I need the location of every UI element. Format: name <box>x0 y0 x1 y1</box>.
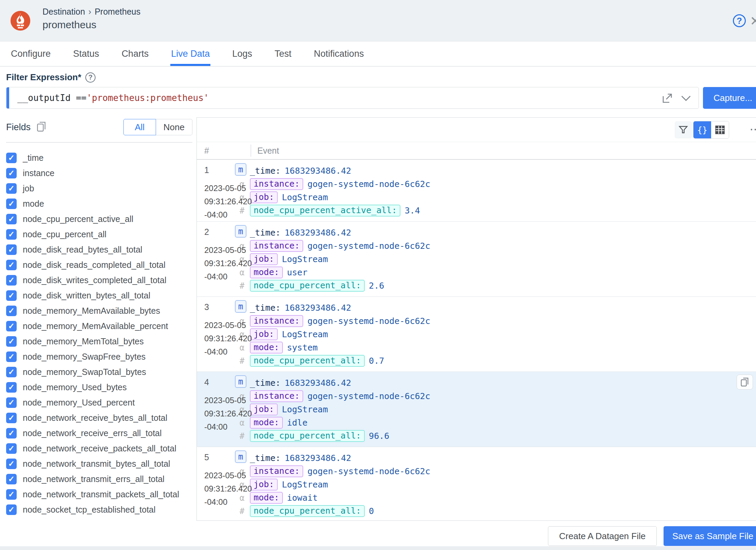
checkbox-node_memory_MemAvailable_bytes[interactable]: ✓ <box>6 306 17 316</box>
field-label-node_memory_MemTotal_bytes: node_memory_MemTotal_bytes <box>23 337 144 346</box>
field-row-node_network_transmit_packets_all_total: ✓node_network_transmit_packets_all_total <box>6 487 192 502</box>
checkbox-mode[interactable]: ✓ <box>6 199 17 209</box>
checkbox-node_memory_Used_bytes[interactable]: ✓ <box>6 382 17 393</box>
event-index: 3 <box>204 302 209 312</box>
event-row-4[interactable]: 4m2023-05-0509:31:26.420-04:00#_time:168… <box>197 372 756 447</box>
event-time: 09:31:26.420 <box>204 332 252 345</box>
filter-expression-code[interactable]: __outputId == 'prometheus:prometheus' <box>17 87 209 108</box>
event-row-1[interactable]: 1m2023-05-0509:31:26.420-04:00#_time:168… <box>197 160 756 221</box>
event-line: αjob:LogStream <box>238 328 756 341</box>
checkbox-node_disk_writes_completed_all_total[interactable]: ✓ <box>6 275 17 286</box>
metric-type-badge: m <box>235 450 246 463</box>
metric-type-badge: m <box>235 375 246 388</box>
tab-status[interactable]: Status <box>72 41 100 66</box>
field-label-mode: mode <box>23 199 44 209</box>
tab-configure[interactable]: Configure <box>10 41 51 66</box>
event-key-badge: instance: <box>250 465 303 477</box>
event-time: 09:31:26.420 <box>204 407 252 420</box>
event-value: 1683293486.42 <box>285 453 351 463</box>
tab-bar: ConfigureStatusChartsLive DataLogsTestNo… <box>0 41 756 67</box>
checkbox-node_disk_read_bytes_all_total[interactable]: ✓ <box>6 244 17 255</box>
checkbox-node_memory_Used_percent[interactable]: ✓ <box>6 397 17 408</box>
checkbox-node_network_transmit_errs_all_total[interactable]: ✓ <box>6 474 17 484</box>
field-label-node_disk_reads_completed_all_total: node_disk_reads_completed_all_total <box>23 260 166 270</box>
json-view-button[interactable]: {} <box>693 121 711 138</box>
field-label-node_disk_writes_completed_all_total: node_disk_writes_completed_all_total <box>23 275 167 285</box>
field-label-node_network_transmit_errs_all_total: node_network_transmit_errs_all_total <box>23 474 165 484</box>
checkbox-node_memory_SwapTotal_bytes[interactable]: ✓ <box>6 367 17 377</box>
event-key-badge: instance: <box>250 390 303 402</box>
fields-divider <box>6 142 192 143</box>
checkbox-node_memory_MemTotal_bytes[interactable]: ✓ <box>6 336 17 347</box>
event-key: _time: <box>250 453 280 463</box>
event-index: 5 <box>204 452 209 462</box>
funnel-icon <box>678 125 688 135</box>
event-timezone: -04:00 <box>204 208 252 221</box>
field-label-node_network_receive_packets_all_total: node_network_receive_packets_all_total <box>23 444 176 453</box>
breadcrumb-separator-icon: › <box>88 7 91 17</box>
filter-expression-input[interactable]: __outputId == 'prometheus:prometheus' <box>6 87 699 109</box>
expand-editor-icon[interactable] <box>661 92 673 104</box>
event-line: αmode:iowait <box>238 491 756 504</box>
field-row-node_memory_Used_bytes: ✓node_memory_Used_bytes <box>6 380 192 395</box>
checkbox-job[interactable]: ✓ <box>6 183 17 194</box>
checkbox-node_network_transmit_bytes_all_total[interactable]: ✓ <box>6 459 17 469</box>
tab-notifications[interactable]: Notifications <box>313 41 364 66</box>
filter-expression-label: Filter Expression* <box>6 72 81 83</box>
table-view-button[interactable] <box>711 121 729 138</box>
select-all-button[interactable]: All <box>123 119 156 135</box>
field-row-node_network_receive_errs_all_total: ✓node_network_receive_errs_all_total <box>6 426 192 441</box>
event-key: _time: <box>250 228 280 238</box>
event-row-5[interactable]: 5m2023-05-0509:31:26.420-04:00#_time:168… <box>197 447 756 521</box>
checkbox-node_disk_written_bytes_all_total[interactable]: ✓ <box>6 290 17 301</box>
checkbox-node_network_receive_bytes_all_total[interactable]: ✓ <box>6 413 17 423</box>
create-datagen-file-button[interactable]: Create A Datagen File <box>548 526 657 546</box>
copy-event-button[interactable] <box>737 375 753 390</box>
event-lines: #_time:1683293486.42αinstance:gogen-syst… <box>238 301 756 367</box>
event-timezone: -04:00 <box>204 270 252 283</box>
view-mode-toggle: {} <box>693 121 729 139</box>
event-value: 0.7 <box>369 356 384 366</box>
checkbox-node_network_receive_packets_all_total[interactable]: ✓ <box>6 443 17 454</box>
filter-help-icon[interactable]: ? <box>85 72 96 83</box>
event-value: LogStream <box>282 329 328 339</box>
close-icon[interactable]: ✕ <box>750 14 756 29</box>
chevron-down-icon[interactable] <box>681 95 691 102</box>
breadcrumb-page[interactable]: Prometheus <box>94 7 140 17</box>
table-icon <box>715 125 725 135</box>
filter-events-button[interactable] <box>675 121 692 138</box>
event-row-3[interactable]: 3m2023-05-0509:31:26.420-04:00#_time:168… <box>197 296 756 372</box>
event-value: iowait <box>287 493 317 503</box>
field-row-node_cpu_percent_active_all: ✓node_cpu_percent_active_all <box>6 211 192 227</box>
metric-type-badge: m <box>235 163 246 176</box>
checkbox-node_disk_reads_completed_all_total[interactable]: ✓ <box>6 260 17 270</box>
capture-button[interactable]: Capture... <box>703 87 756 109</box>
select-none-button[interactable]: None <box>156 119 192 135</box>
checkbox-node_socket_tcp_established_total[interactable]: ✓ <box>6 504 17 515</box>
breadcrumb-section[interactable]: Destination <box>42 7 85 17</box>
field-label-node_cpu_percent_active_all: node_cpu_percent_active_all <box>23 214 133 224</box>
event-date: 2023-05-05 <box>204 319 252 332</box>
save-as-sample-file-button[interactable]: Save as Sample File <box>664 526 756 546</box>
copy-fields-icon[interactable] <box>36 121 47 133</box>
checkbox-node_cpu_percent_all[interactable]: ✓ <box>6 229 17 240</box>
tab-logs[interactable]: Logs <box>231 41 253 66</box>
tab-charts[interactable]: Charts <box>121 41 150 66</box>
tab-test[interactable]: Test <box>274 41 292 66</box>
checkbox-node_memory_MemAvailable_percent[interactable]: ✓ <box>6 321 17 331</box>
event-row-2[interactable]: 2m2023-05-0509:31:26.420-04:00#_time:168… <box>197 221 756 296</box>
filter-label-row: Filter Expression* ? <box>6 72 96 83</box>
more-options-icon[interactable]: ⋯ <box>750 122 756 136</box>
help-icon[interactable]: ? <box>733 14 746 27</box>
checkbox-_time[interactable]: ✓ <box>6 153 17 163</box>
checkbox-instance[interactable]: ✓ <box>6 168 17 178</box>
tab-live-data[interactable]: Live Data <box>170 41 210 66</box>
checkbox-node_network_transmit_packets_all_total[interactable]: ✓ <box>6 489 17 500</box>
checkbox-node_memory_SwapFree_bytes[interactable]: ✓ <box>6 351 17 362</box>
event-timezone: -04:00 <box>204 495 252 509</box>
events-rows: 1m2023-05-0509:31:26.420-04:00#_time:168… <box>197 160 756 521</box>
event-value: 96.6 <box>369 431 389 441</box>
checkbox-node_network_receive_errs_all_total[interactable]: ✓ <box>6 428 17 439</box>
checkbox-node_cpu_percent_active_all[interactable]: ✓ <box>6 214 17 224</box>
event-value: system <box>287 343 317 353</box>
